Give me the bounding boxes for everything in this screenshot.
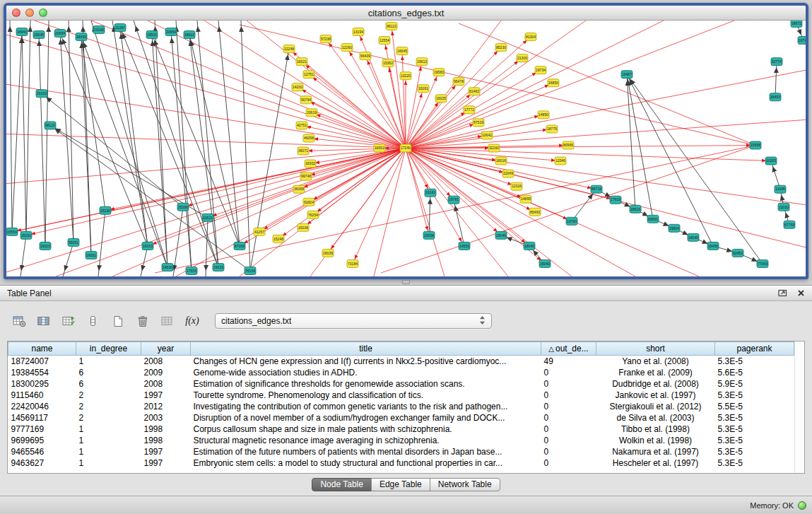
graph-node[interactable]: 57238 [320, 35, 331, 43]
graph-node[interactable]: 12751 [303, 71, 314, 78]
graph-node[interactable]: 16016 [495, 157, 507, 165]
table-row[interactable]: 946362711997Embryonic stem cells: a mode… [8, 457, 794, 469]
graph-node[interactable]: 13790 [566, 217, 577, 225]
graph-node[interactable]: 73184 [347, 259, 358, 267]
table-row[interactable]: 977716911998Corpus callosum shape and si… [8, 424, 794, 435]
graph-node[interactable]: 19501 [146, 31, 158, 39]
graph-node[interactable]: 18940 [16, 28, 28, 36]
graph-node[interactable]: 15230 [100, 206, 111, 214]
table-row[interactable]: 911546021997Tourette syndrome. Phenomeno… [8, 390, 794, 401]
graph-node[interactable]: 66891 [647, 215, 659, 223]
graph-node[interactable]: 14200 [292, 83, 303, 91]
graph-node[interactable]: 12116 [511, 182, 522, 190]
edit-columns-icon[interactable] [58, 311, 79, 331]
graph-node[interactable]: 24850 [548, 79, 559, 87]
graph-node[interactable]: 12248 [283, 45, 295, 53]
graph-node[interactable]: 15248 [273, 235, 284, 243]
table-row[interactable]: 969969511998Structural magnetic resonanc… [8, 435, 794, 446]
graph-node[interactable]: 15958 [750, 141, 761, 149]
graph-node[interactable]: 11046 [775, 185, 786, 193]
graph-node[interactable]: 20854 [165, 28, 177, 36]
import-table-icon[interactable] [157, 311, 178, 331]
graph-node[interactable]: 85230 [495, 44, 507, 52]
graph-node[interactable]: 86113 [386, 23, 397, 30]
tab-node-table[interactable]: Node Table [312, 478, 372, 491]
graph-node[interactable]: 76154 [245, 267, 256, 274]
graph-node[interactable]: 41257 [254, 228, 265, 235]
graph-node[interactable]: 21300 [517, 54, 528, 62]
graph-node[interactable]: 25260 [20, 231, 32, 239]
graph-node[interactable]: 18672 [791, 21, 802, 28]
graph-node[interactable]: 18516 [630, 205, 641, 213]
graph-node[interactable]: 19181 [425, 189, 436, 197]
graph-node[interactable]: 59051 [68, 238, 79, 246]
graph-node[interactable]: 18430 [76, 33, 87, 41]
graph-node[interactable]: 18775 [546, 125, 558, 133]
graph-node[interactable]: 19051 [86, 251, 97, 259]
graph-node[interactable]: 13220 [400, 72, 411, 80]
graph-node[interactable]: 17553 [186, 267, 197, 274]
table-row[interactable]: 946554611997Estimation of the future num… [8, 446, 794, 457]
graph-node[interactable]: 85493 [529, 208, 541, 216]
close-window-icon[interactable] [12, 8, 20, 17]
window-titlebar[interactable]: citations_edges.txt [6, 6, 806, 21]
table-row[interactable]: 1938455462009Genome-wide association stu… [8, 367, 794, 378]
show-columns-icon[interactable] [33, 311, 54, 331]
graph-node[interactable]: 19645 [33, 31, 45, 39]
graph-node[interactable]: 14895 [520, 195, 531, 203]
graph-node[interactable]: 42751 [296, 122, 307, 129]
tab-network-table[interactable]: Network Table [430, 478, 500, 491]
graph-node[interactable]: 18622 [184, 31, 195, 39]
table-selector-dropdown[interactable]: citations_edges.txt [215, 313, 492, 329]
delete-column-icon[interactable] [132, 311, 153, 331]
graph-node[interactable]: 15036 [298, 223, 309, 231]
graph-node[interactable]: 17771 [464, 106, 475, 114]
graph-node[interactable]: 36071 [298, 147, 309, 155]
graph-node[interactable]: 16740 [798, 37, 806, 45]
column-header-in_degree[interactable]: in_degree [76, 342, 141, 356]
graph-node[interactable]: 19040 [539, 259, 551, 267]
zoom-window-icon[interactable] [39, 8, 47, 17]
graph-node[interactable]: 19804 [669, 224, 680, 232]
graph-node[interactable]: 95478 [453, 78, 464, 86]
float-panel-icon[interactable] [778, 287, 787, 300]
graph-node[interactable]: 19487 [621, 71, 632, 78]
graph-node[interactable]: 87519 [473, 119, 484, 127]
new-column-icon[interactable] [107, 311, 129, 331]
graph-node[interactable]: 99748 [300, 173, 312, 180]
graph-node[interactable]: 16261 [418, 85, 429, 93]
graph-node[interactable]: 18045 [688, 233, 699, 241]
graph-node[interactable]: 87059 [234, 242, 245, 250]
graph-node[interactable]: 14850 [538, 111, 549, 119]
graph-node[interactable]: 98122 [45, 122, 56, 129]
graph-node[interactable]: 19058 [423, 231, 435, 239]
graph-node[interactable]: 67759 [784, 221, 795, 228]
graph-node[interactable]: 19781 [448, 196, 459, 204]
row-height-icon[interactable] [83, 311, 104, 331]
graph-node[interactable]: 76254 [307, 211, 319, 218]
close-panel-icon[interactable] [797, 287, 805, 300]
table-row[interactable]: 1830029562008Estimation of significance … [8, 378, 794, 390]
graph-node[interactable]: 20521 [202, 214, 213, 221]
graph-node[interactable]: 24530 [162, 263, 173, 271]
graph-node[interactable]: 86719 [591, 185, 602, 193]
graph-node[interactable]: 12554 [379, 37, 390, 45]
graph-node[interactable]: 16645 [396, 47, 408, 55]
column-header-out_degree[interactable]: △out_de... [541, 342, 596, 356]
graph-node[interactable]: 12260 [341, 44, 353, 52]
column-header-pagerank[interactable]: pagerank [715, 342, 794, 356]
table-row[interactable]: 2242004622012Investigating the contribut… [8, 401, 794, 412]
graph-node[interactable]: 46258 [303, 134, 314, 142]
network-view[interactable]: 1724018940196452068418430193362136719501… [6, 21, 806, 276]
graph-node[interactable]: 36368 [293, 185, 305, 193]
network-canvas[interactable]: 1724018940196452068418430193362136719501… [6, 21, 806, 276]
graph-node[interactable]: 91824 [303, 198, 314, 206]
graph-node[interactable]: 80965 [563, 141, 574, 149]
graph-node[interactable]: 16039 [322, 249, 334, 257]
graph-node[interactable]: 19033 [213, 263, 224, 271]
graph-node-hub[interactable]: 17240 [400, 144, 411, 152]
function-builder-icon[interactable]: f(x) [182, 311, 203, 331]
graph-node[interactable]: 81304 [525, 33, 536, 41]
graph-node[interactable]: 10642 [481, 132, 493, 139]
graph-node[interactable]: 15362 [382, 59, 394, 67]
